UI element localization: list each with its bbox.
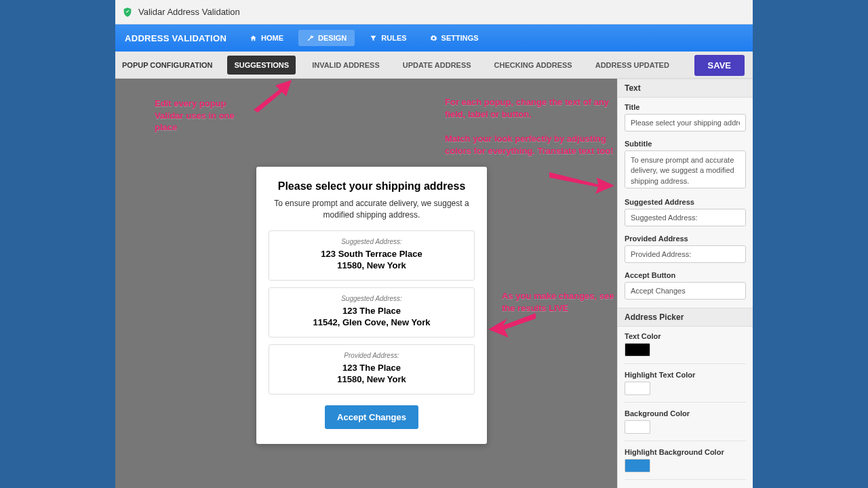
subtitle-label: Subtitle (625, 140, 746, 148)
annotation-1: Edit every popup Validar uses in one pla… (155, 98, 250, 134)
popup-title: Please select your shipping address (269, 180, 475, 192)
nav-design[interactable]: DESIGN (298, 30, 355, 46)
text-color-swatch[interactable] (625, 343, 650, 357)
address-line: 11580, New York (275, 373, 469, 386)
tab-suggestions[interactable]: SUGGESTIONS (227, 56, 296, 75)
app-window: Validar Address Validation ADDRESS VALID… (115, 0, 753, 488)
shield-check-icon (122, 7, 133, 18)
annotation-2: For each popup, change the text of any f… (445, 96, 621, 120)
tab-checking-address[interactable]: CHECKING ADDRESS (488, 56, 579, 75)
title-input[interactable] (625, 114, 746, 131)
tab-update-address[interactable]: UPDATE ADDRESS (396, 56, 478, 75)
accept-input[interactable] (625, 282, 746, 300)
divider (625, 479, 746, 480)
gear-icon (430, 35, 437, 42)
address-card-head: Provided Address: (275, 352, 469, 359)
nav-home-label: HOME (261, 34, 283, 42)
address-card[interactable]: Suggested Address: 123 South Terrace Pla… (269, 230, 475, 281)
main-area: Edit every popup Validar uses in one pla… (115, 79, 753, 488)
filter-icon (370, 35, 377, 42)
suggested-label: Suggested Address (625, 198, 746, 206)
subtitle-input[interactable]: To ensure prompt and accurate delivery, … (625, 150, 746, 188)
accept-label: Accept Button (625, 271, 746, 279)
annotation-4: As you make changes, see the results LIV… (502, 290, 617, 314)
provided-input[interactable] (625, 245, 746, 263)
nav-rules[interactable]: RULES (361, 30, 414, 46)
address-card[interactable]: Suggested Address: 123 The Place 11542, … (269, 287, 475, 338)
section-address-picker: Address Picker (618, 308, 753, 327)
arrow-icon-3 (488, 310, 536, 338)
accept-changes-button[interactable]: Accept Changes (325, 405, 418, 429)
brand-label: ADDRESS VALIDATION (125, 33, 226, 43)
preview-popup: Please select your shipping address To e… (256, 167, 487, 444)
popup-subtitle: To ensure prompt and accurate delivery, … (273, 198, 470, 221)
highlight-bg-color-label: Highlight Background Color (625, 448, 746, 456)
subnav-label: POPUP CONFIGURATION (122, 61, 212, 69)
address-card-head: Suggested Address: (275, 238, 469, 245)
divider (625, 402, 746, 403)
tab-address-updated[interactable]: ADDRESS UPDATED (589, 56, 676, 75)
save-button[interactable]: SAVE (694, 55, 745, 76)
wrench-icon (307, 35, 314, 42)
address-card-head: Suggested Address: (275, 295, 469, 302)
tab-invalid-address[interactable]: INVALID ADDRESS (305, 56, 387, 75)
title-label: Title (625, 103, 746, 111)
side-panel[interactable]: Text Title Subtitle To ensure prompt and… (617, 79, 753, 488)
divider (625, 441, 746, 441)
background-color-label: Background Color (625, 409, 746, 418)
address-line: 11580, New York (275, 260, 469, 272)
nav-design-label: DESIGN (318, 34, 347, 42)
suggested-input[interactable] (625, 209, 746, 226)
arrow-icon-1 (251, 80, 292, 113)
divider (625, 363, 746, 364)
address-line: 123 The Place (275, 305, 469, 317)
nav-settings-label: SETTINGS (441, 34, 479, 42)
address-line: 11542, Glen Cove, New York (275, 317, 469, 329)
text-color-label: Text Color (625, 332, 746, 340)
arrow-icon-2 (549, 167, 614, 194)
annotation-3: Match your look perfectly by adjusting c… (445, 133, 621, 157)
nav-settings[interactable]: SETTINGS (422, 30, 487, 46)
address-line: 123 The Place (275, 362, 469, 374)
section-text: Text (618, 79, 753, 98)
highlight-text-color-label: Highlight Text Color (625, 371, 746, 379)
nav-rules-label: RULES (381, 34, 406, 42)
sub-nav: POPUP CONFIGURATION SUGGESTIONS INVALID … (115, 52, 753, 79)
address-line: 123 South Terrace Place (275, 248, 469, 260)
home-icon (250, 35, 257, 42)
titlebar: Validar Address Validation (115, 0, 753, 24)
provided-label: Provided Address (625, 235, 746, 243)
address-card[interactable]: Provided Address: 123 The Place 11580, N… (269, 344, 475, 394)
preview-canvas: Edit every popup Validar uses in one pla… (115, 79, 617, 488)
nav-home[interactable]: HOME (241, 30, 292, 46)
primary-nav: ADDRESS VALIDATION HOME DESIGN RULES SET… (115, 24, 753, 52)
background-color-swatch[interactable] (625, 420, 650, 434)
highlight-bg-color-swatch[interactable] (625, 459, 650, 472)
highlight-text-color-swatch[interactable] (625, 382, 650, 395)
product-name: Validar Address Validation (138, 7, 240, 17)
